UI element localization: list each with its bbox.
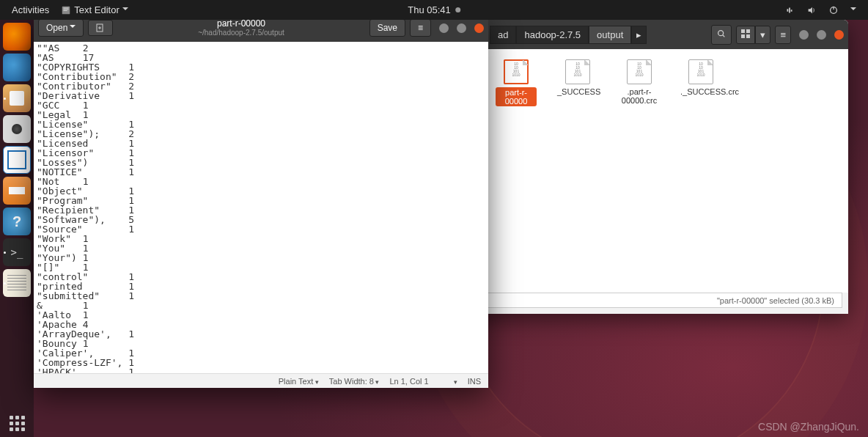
network-indicator[interactable] xyxy=(779,5,801,15)
launcher-dock: ? >_ xyxy=(0,20,34,437)
notification-dot-icon xyxy=(455,7,460,12)
hamburger-button[interactable]: ≡ xyxy=(775,26,791,44)
close-button[interactable] xyxy=(474,23,484,33)
new-tab-button[interactable] xyxy=(88,20,113,36)
breadcrumb: ad hadoop-2.7.5 output ▸ xyxy=(490,26,647,44)
svg-rect-10 xyxy=(746,34,750,38)
search-icon xyxy=(716,29,727,39)
gedit-window: Open part-r-00000 ~/had/hadoop-2.7.5/out… xyxy=(34,14,488,388)
insert-mode[interactable] xyxy=(454,377,457,386)
thunderbird-launcher[interactable] xyxy=(3,54,31,81)
top-panel: Activities Text Editor Thu 05:41 xyxy=(0,0,868,20)
clock[interactable]: Thu 05:41 xyxy=(408,4,460,15)
maximize-button[interactable] xyxy=(457,23,466,33)
file-thumb-icon xyxy=(688,59,713,84)
file-success[interactable]: _SUCCESS xyxy=(557,59,598,96)
svg-rect-1 xyxy=(64,7,69,8)
files-launcher[interactable] xyxy=(3,84,31,112)
clock-label: Thu 05:41 xyxy=(408,4,451,15)
open-button[interactable]: Open xyxy=(38,19,84,37)
file-thumb-icon xyxy=(627,59,652,84)
maximize-button[interactable] xyxy=(817,30,826,40)
gedit-hamburger[interactable]: ≡ xyxy=(410,19,431,37)
file-part-r-00000[interactable]: part-r-00000 xyxy=(496,59,537,106)
minimize-button[interactable] xyxy=(439,23,449,33)
power-indicator[interactable] xyxy=(823,5,845,15)
close-button[interactable] xyxy=(834,30,844,40)
gedit-statusbar: Plain Text Tab Width: 8 Ln 1, Col 1 INS xyxy=(34,373,488,388)
grid-icon xyxy=(741,29,750,38)
gedit-launcher[interactable] xyxy=(3,269,31,297)
terminal-launcher[interactable]: >_ xyxy=(3,238,31,266)
svg-point-6 xyxy=(718,30,724,35)
software-launcher[interactable] xyxy=(3,177,31,205)
app-menu[interactable]: Text Editor xyxy=(55,4,133,15)
file-label: part-r-00000 xyxy=(496,87,537,106)
ins-indicator: INS xyxy=(468,377,481,386)
writer-launcher[interactable] xyxy=(3,146,31,174)
save-button[interactable]: Save xyxy=(369,19,405,37)
sound-indicator[interactable] xyxy=(801,5,823,15)
svg-rect-3 xyxy=(64,10,67,11)
speaker-icon xyxy=(806,5,817,15)
view-grid-button[interactable] xyxy=(736,26,755,44)
file-part-crc[interactable]: .part-r-00000.crc xyxy=(619,59,660,105)
new-doc-icon xyxy=(96,23,105,32)
svg-rect-2 xyxy=(64,9,69,10)
search-button[interactable] xyxy=(711,25,732,45)
minimize-button[interactable] xyxy=(799,30,809,40)
svg-rect-8 xyxy=(746,29,750,33)
language-selector[interactable]: Plain Text xyxy=(279,377,319,386)
svg-rect-9 xyxy=(741,34,745,38)
cursor-position: Ln 1, Col 1 xyxy=(389,377,428,386)
gedit-filepath: ~/had/hadoop-2.7.5/output xyxy=(117,29,364,37)
rhythmbox-launcher[interactable] xyxy=(3,115,31,143)
activities-button[interactable]: Activities xyxy=(6,4,55,15)
gedit-title: part-r-00000 ~/had/hadoop-2.7.5/output xyxy=(117,18,364,37)
file-label: ._SUCCESS.crc xyxy=(680,87,721,96)
power-icon xyxy=(828,5,839,15)
view-menu-button[interactable]: ▾ xyxy=(755,26,770,44)
file-success-crc[interactable]: ._SUCCESS.crc xyxy=(680,59,721,96)
text-editor-icon xyxy=(61,5,71,15)
watermark: CSDN @ZhangJiQun. xyxy=(758,421,859,433)
chevron-down-icon xyxy=(70,25,76,31)
system-menu[interactable] xyxy=(845,7,862,13)
file-thumb-icon xyxy=(504,59,529,84)
chevron-down-icon xyxy=(850,7,856,13)
file-label: .part-r-00000.crc xyxy=(619,87,660,105)
text-view[interactable]: ""AS 2 "AS 17 "COPYRIGHTS 1 "Contributio… xyxy=(34,42,488,373)
chevron-down-icon xyxy=(122,7,128,13)
network-icon xyxy=(784,5,795,15)
svg-rect-7 xyxy=(741,29,745,33)
tab-width-selector[interactable]: Tab Width: 8 xyxy=(329,377,380,386)
crumb-expand[interactable]: ▸ xyxy=(631,26,647,44)
help-launcher[interactable]: ? xyxy=(3,208,31,235)
file-thumb-icon xyxy=(565,59,590,84)
svg-rect-5 xyxy=(833,6,834,9)
file-label: _SUCCESS xyxy=(557,87,598,96)
crumb-ad[interactable]: ad xyxy=(490,26,516,44)
apps-grid-button[interactable] xyxy=(3,409,31,437)
app-menu-label: Text Editor xyxy=(74,4,119,15)
firefox-launcher[interactable] xyxy=(3,23,31,51)
crumb-output[interactable]: output xyxy=(589,26,631,44)
crumb-hadoop[interactable]: hadoop-2.7.5 xyxy=(516,26,589,44)
